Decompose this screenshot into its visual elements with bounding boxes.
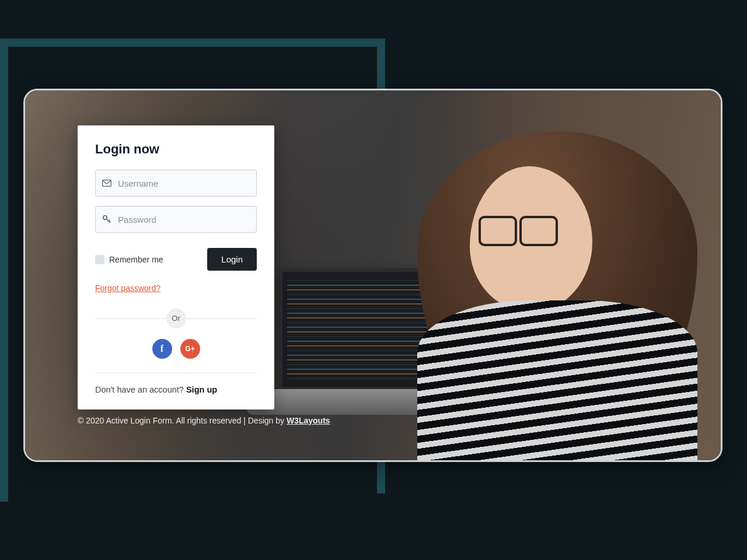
facebook-icon: f — [160, 344, 163, 354]
footer-link[interactable]: W3Layouts — [287, 416, 330, 425]
password-input[interactable] — [112, 206, 250, 232]
signup-prompt: Don't have an account? — [95, 385, 186, 394]
or-divider: Or — [95, 309, 257, 328]
person-illustration — [382, 131, 722, 458]
remember-label: Remember me — [109, 255, 163, 264]
facebook-login-button[interactable]: f — [152, 339, 172, 359]
login-button[interactable]: Login — [207, 248, 257, 271]
signup-line: Don't have an account? Sign up — [95, 385, 257, 394]
envelope-icon — [102, 180, 112, 187]
google-plus-icon: G+ — [185, 345, 194, 353]
footer: © 2020 Active Login Form. All rights res… — [78, 416, 330, 425]
login-title: Login now — [95, 142, 257, 157]
forgot-password-link[interactable]: Forgot password? — [95, 284, 160, 293]
main-frame: Login now Remember me — [23, 89, 722, 462]
social-login-row: f G+ — [95, 339, 257, 373]
divider-label: Or — [166, 309, 186, 328]
username-field-group — [95, 170, 257, 197]
remember-me[interactable]: Remember me — [95, 255, 163, 264]
remember-login-row: Remember me Login — [95, 248, 257, 271]
login-card: Login now Remember me — [78, 125, 274, 410]
remember-checkbox[interactable] — [95, 255, 104, 264]
google-login-button[interactable]: G+ — [180, 339, 200, 359]
footer-text: © 2020 Active Login Form. All rights res… — [78, 416, 287, 425]
signup-link[interactable]: Sign up — [186, 385, 217, 394]
username-input[interactable] — [112, 170, 250, 196]
decorative-bracket-side — [0, 38, 8, 502]
password-field-group — [95, 206, 257, 233]
key-icon — [102, 215, 112, 224]
